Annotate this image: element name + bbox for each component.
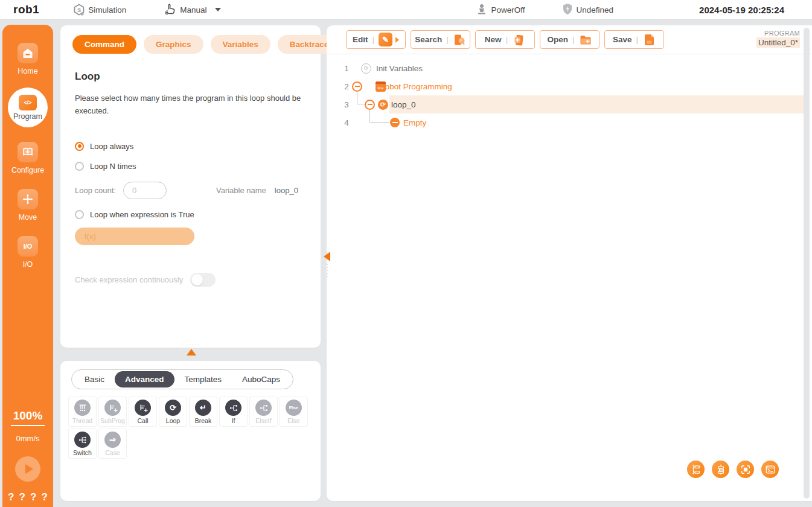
- radio-unselected-icon[interactable]: [75, 210, 84, 219]
- sidebar-item-io[interactable]: I/O I/O: [18, 236, 38, 269]
- move-arrows-icon: [18, 189, 38, 209]
- focus-selection-button[interactable]: [737, 461, 754, 478]
- sidebar-nav: Home </> Program Configure Move I/O I/O …: [2, 25, 53, 507]
- init-variables-icon: ⟳: [361, 63, 371, 74]
- button-label: Edit: [353, 35, 368, 44]
- collapse-toggle-icon[interactable]: [365, 100, 375, 110]
- tree-action-buttons: [687, 461, 779, 478]
- tree-row-empty[interactable]: 4 Empty: [327, 113, 812, 132]
- tile-if[interactable]: If: [219, 397, 248, 427]
- sidebar-item-home[interactable]: Home: [18, 43, 38, 75]
- top-status-bar: rob1 S Simulation Manual PowerOff Undefi…: [0, 0, 812, 20]
- play-icon: [25, 464, 33, 474]
- tile-label: Else: [287, 417, 299, 424]
- loop-count-label: Loop count:: [75, 186, 116, 195]
- chevron-down-icon: [215, 8, 221, 11]
- tile-thread: Thread: [68, 397, 97, 427]
- hand-icon: [164, 2, 177, 18]
- tile-switch[interactable]: Switch: [68, 429, 97, 459]
- loop-count-row: Loop count: Variable name loop_0: [75, 182, 306, 199]
- tab-command[interactable]: Command: [72, 35, 136, 54]
- tile-label: If: [232, 417, 235, 424]
- radio-unselected-icon[interactable]: [75, 162, 84, 171]
- collapse-all-button[interactable]: [712, 461, 729, 478]
- script-console-button[interactable]: [761, 461, 779, 478]
- tree-node-label: Empty: [403, 118, 426, 127]
- program-name[interactable]: Untitled_0*: [756, 37, 800, 48]
- program-label: PROGRAM: [756, 30, 800, 37]
- line-number: 3: [343, 100, 350, 109]
- tile-label: Break: [195, 417, 211, 424]
- speed-percent[interactable]: 100%: [11, 409, 45, 426]
- tile-break[interactable]: ↵ Break: [189, 397, 217, 427]
- help-row: ? ? ? ?: [8, 491, 48, 503]
- separator: |: [506, 35, 508, 44]
- tile-else: Else Else: [280, 397, 308, 427]
- expression-input[interactable]: [75, 228, 194, 245]
- sidebar-item-program[interactable]: </> Program: [8, 88, 48, 127]
- search-button[interactable]: Search |: [411, 30, 470, 49]
- radio-loop-expression[interactable]: Loop when expression is True: [75, 210, 306, 219]
- simulation-icon: S: [73, 4, 85, 16]
- pencil-icon: ✎: [379, 33, 392, 46]
- loop-description: Please select how many times the program…: [75, 92, 312, 118]
- tree-connector: [357, 91, 365, 104]
- program-toolbar: Edit | ✎ Search | New | Open |: [327, 25, 812, 54]
- thread-icon: [74, 400, 91, 416]
- radio-selected-icon[interactable]: [75, 142, 84, 151]
- command-panel-tabs: Command Graphics Variables Backtrace: [72, 35, 306, 54]
- variable-name-label: Variable name: [216, 186, 266, 195]
- configure-icon: [18, 142, 38, 162]
- simulation-status[interactable]: S Simulation: [73, 4, 126, 16]
- radio-label: Loop N times: [90, 162, 136, 171]
- tile-loop[interactable]: ⟳ Loop: [159, 397, 187, 427]
- collapse-toggle-icon[interactable]: [352, 81, 362, 92]
- expand-all-button[interactable]: [687, 461, 705, 478]
- save-file-icon: [642, 33, 656, 46]
- edit-button[interactable]: Edit | ✎: [346, 30, 406, 49]
- sidebar-item-move[interactable]: Move: [18, 189, 38, 222]
- tab-advanced[interactable]: Advanced: [115, 371, 174, 387]
- tile-call[interactable]: Call: [129, 397, 157, 427]
- sidebar-item-label: Program: [13, 112, 42, 121]
- tab-templates[interactable]: Templates: [174, 371, 232, 387]
- safety-status[interactable]: Undefined: [562, 3, 613, 17]
- help-question-icon[interactable]: ?: [42, 491, 48, 503]
- radio-loop-always[interactable]: Loop always: [75, 142, 306, 151]
- radio-label: Loop always: [90, 142, 133, 151]
- help-question-icon[interactable]: ?: [8, 491, 14, 503]
- tree-scrollbar[interactable]: [804, 28, 810, 499]
- safety-status-label: Undefined: [576, 5, 613, 14]
- tab-basic[interactable]: Basic: [74, 371, 115, 387]
- if-branch-icon: [225, 400, 241, 416]
- sidebar-item-configure[interactable]: Configure: [11, 142, 44, 174]
- mode-label: Manual: [180, 5, 206, 14]
- mode-selector[interactable]: Manual: [164, 2, 220, 18]
- tab-variables[interactable]: Variables: [211, 35, 270, 54]
- save-button[interactable]: Save |: [604, 30, 664, 49]
- play-button[interactable]: [15, 456, 40, 482]
- variable-name-value: loop_0: [275, 186, 298, 195]
- tree-row-loop0[interactable]: 3 ⟳ loop_0: [327, 95, 812, 113]
- tab-aubocaps[interactable]: AuboCaps: [232, 371, 290, 387]
- tree-row-robot-programming[interactable]: 2 </> Robot Programming: [327, 77, 812, 95]
- tab-graphics[interactable]: Graphics: [144, 35, 203, 54]
- open-button[interactable]: Open |: [540, 30, 599, 49]
- tile-elseif: ElseIf: [249, 397, 278, 427]
- new-button[interactable]: New |: [475, 30, 535, 49]
- io-icon: I/O: [18, 236, 38, 257]
- help-question-icon[interactable]: ?: [19, 491, 25, 503]
- tile-label: SubProg: [100, 417, 125, 424]
- tree-row-init-variables[interactable]: 1 ⟳ Init Variables: [327, 59, 812, 77]
- horizontal-splitter-handle[interactable]: ······: [177, 342, 205, 356]
- check-expression-toggle[interactable]: [190, 273, 216, 287]
- shield-icon: [562, 3, 573, 17]
- help-question-icon[interactable]: ?: [30, 491, 36, 503]
- power-status[interactable]: PowerOff: [476, 3, 525, 17]
- loop-count-input[interactable]: [123, 182, 167, 199]
- library-tabs: Basic Advanced Templates AuboCaps: [71, 369, 293, 389]
- separator: |: [446, 35, 449, 44]
- radio-loop-n-times[interactable]: Loop N times: [75, 162, 306, 171]
- vertical-splitter-handle[interactable]: ·····: [324, 252, 330, 278]
- collapse-left-icon: [324, 252, 330, 261]
